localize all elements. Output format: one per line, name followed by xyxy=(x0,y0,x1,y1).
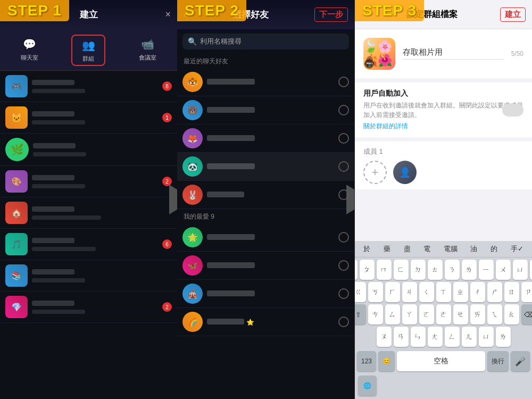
friend-checkbox[interactable] xyxy=(338,105,349,115)
friend-item-selected[interactable]: 🐼 xyxy=(177,153,354,181)
key-eng[interactable]: ㄥ xyxy=(445,327,460,347)
key-c[interactable]: ㄘ xyxy=(368,304,383,325)
key-a[interactable]: ㄚ xyxy=(402,304,417,325)
key-numbers[interactable]: 123 xyxy=(357,351,376,371)
panel1-body: 建立 × 💬 聊天室 👥 群組 📹 會議室 xyxy=(0,0,177,399)
friend-item[interactable]: 🐯 xyxy=(177,68,354,96)
friend-checkbox[interactable] xyxy=(338,133,349,144)
group-name-input[interactable] xyxy=(403,48,504,60)
key-b1[interactable]: ㄅ xyxy=(355,260,358,280)
friend-checkbox[interactable] xyxy=(338,77,349,87)
key-x[interactable]: ㄒ xyxy=(436,282,451,302)
friend-item[interactable]: 🌟 xyxy=(177,223,354,252)
key-p1[interactable]: ㄆ xyxy=(360,260,375,280)
key-emoji[interactable]: 😊 xyxy=(378,351,395,371)
key-m1[interactable]: ㄇ xyxy=(377,260,392,280)
key-f1[interactable]: ㄈ xyxy=(394,260,409,280)
key-n1[interactable]: ㄋ xyxy=(445,260,460,280)
auto-join-link[interactable]: 關於群組的詳情 xyxy=(363,122,523,131)
key-mic[interactable]: 🎤 xyxy=(511,351,530,371)
suggestion-7[interactable]: 手✓ xyxy=(508,243,527,255)
chat-item[interactable]: 💎 2 xyxy=(0,292,177,323)
friend-checkbox[interactable] xyxy=(338,317,349,327)
chat-item[interactable]: 🎵 6 xyxy=(0,229,177,260)
suggestion-0[interactable]: 於 xyxy=(360,243,373,255)
key-l1[interactable]: ㄌ xyxy=(462,260,477,280)
friend-checkbox[interactable] xyxy=(338,260,349,271)
friend-item[interactable]: 🐻 xyxy=(177,96,354,124)
key-eh[interactable]: ㄝ xyxy=(453,304,468,325)
chat-item[interactable]: 🐱 1 xyxy=(0,102,177,134)
key-an[interactable]: ㄢ xyxy=(394,327,409,347)
key-t1[interactable]: ㄊ xyxy=(428,260,443,280)
friend-item[interactable]: 🦊 xyxy=(177,124,354,153)
key-z[interactable]: ㄗ xyxy=(521,282,533,302)
key-ang[interactable]: ㄤ xyxy=(428,327,443,347)
search-input[interactable]: 利用名稱搜尋 xyxy=(200,37,344,46)
key-ao[interactable]: ㄠ xyxy=(504,304,519,325)
key-r[interactable]: ㄖ xyxy=(504,282,519,302)
key-convert[interactable]: 換行 xyxy=(487,351,509,371)
key-er[interactable]: ㄦ xyxy=(530,260,533,280)
key-j[interactable]: ㄐ xyxy=(402,282,417,302)
tab-chatroom[interactable]: 💬 聊天室 xyxy=(12,35,47,66)
key-space[interactable]: 空格 xyxy=(397,351,485,371)
chat-item[interactable]: 🏠 xyxy=(0,197,177,229)
auto-join-toggle[interactable] xyxy=(502,104,523,117)
key-en[interactable]: ㄣ xyxy=(411,327,426,347)
tab-meeting[interactable]: 📹 會議室 xyxy=(130,35,165,66)
suggestion-3[interactable]: 電 xyxy=(420,243,434,255)
panel3-create-button[interactable]: 建立 xyxy=(500,7,526,22)
suggestion-4[interactable]: 電腦 xyxy=(440,243,461,255)
friend-checkbox[interactable] xyxy=(338,232,349,243)
key-k[interactable]: ㄎ xyxy=(368,282,383,302)
key-i[interactable]: ㄧ xyxy=(479,260,494,280)
key-sh[interactable]: ㄕ xyxy=(487,282,502,302)
friend-item[interactable]: 🎪 xyxy=(177,280,354,308)
key-ai[interactable]: ㄞ xyxy=(470,304,485,325)
panel2-next-button[interactable]: 下一步 xyxy=(314,7,348,22)
key-zh[interactable]: ㄓ xyxy=(453,282,468,302)
friend-checkbox[interactable] xyxy=(338,161,349,172)
add-member-button[interactable]: + xyxy=(363,161,387,184)
key-ch[interactable]: ㄔ xyxy=(470,282,485,302)
key-e[interactable]: ㄜ xyxy=(436,304,451,325)
suggestion-1[interactable]: 藥 xyxy=(380,243,394,255)
key-l2[interactable]: ㄌ xyxy=(496,327,511,347)
avatar: 🎵 xyxy=(5,233,28,255)
key-ei[interactable]: ㄟ xyxy=(487,304,502,325)
key-shift[interactable]: ⇧ xyxy=(355,304,366,325)
chat-item[interactable]: 📚 xyxy=(0,260,177,292)
chat-item[interactable]: 🎮 8 xyxy=(0,71,177,102)
friend-item[interactable]: 🌈 ⭐ xyxy=(177,308,354,336)
key-s[interactable]: ㄙ xyxy=(385,304,400,325)
key-yu[interactable]: ㄩ xyxy=(513,260,528,280)
key-globe[interactable]: 🌐 xyxy=(358,376,377,396)
avatar: 🎨 xyxy=(5,170,28,193)
key-ng[interactable]: ㄦ xyxy=(462,327,477,347)
key-g[interactable]: ㄍ xyxy=(355,282,366,302)
key-o[interactable]: ㄛ xyxy=(419,304,434,325)
panel1-close-button[interactable]: × xyxy=(165,9,171,20)
suggestion-5[interactable]: 油 xyxy=(467,243,480,255)
friend-checkbox[interactable] xyxy=(338,288,349,299)
key-delete[interactable]: ⌫ xyxy=(521,304,533,325)
key-d1[interactable]: ㄉ xyxy=(411,260,426,280)
chat-item[interactable]: 🎨 2 xyxy=(0,166,177,197)
suggestion-2[interactable]: 盡 xyxy=(401,243,414,255)
friend-item[interactable]: 🐰 xyxy=(177,181,354,209)
key-q[interactable]: ㄑ xyxy=(419,282,434,302)
key-ou[interactable]: ㄡ xyxy=(377,327,392,347)
key-yu2[interactable]: ㄩ xyxy=(479,327,494,347)
key-h[interactable]: ㄏ xyxy=(385,282,400,302)
auto-join-title: 用戶自動加入 xyxy=(363,89,523,98)
group-photo-thumbnail[interactable]: 🍃🌸🍂🌺 📷 xyxy=(363,38,395,70)
friend-item[interactable]: 🦋 xyxy=(177,252,354,280)
suggestion-6[interactable]: 的 xyxy=(487,243,501,255)
friend-avatar: 🌟 xyxy=(182,227,203,247)
chat-item[interactable]: 🌿 xyxy=(0,134,177,166)
arrow1 xyxy=(169,185,177,214)
key-u[interactable]: ㄨ xyxy=(496,260,511,280)
auto-join-desc: 用戶在收到邀請後就會加入群組。關閉此設定以要求成員加入前需接受邀請。 xyxy=(363,101,523,120)
tab-group[interactable]: 👥 群組 xyxy=(71,35,105,66)
